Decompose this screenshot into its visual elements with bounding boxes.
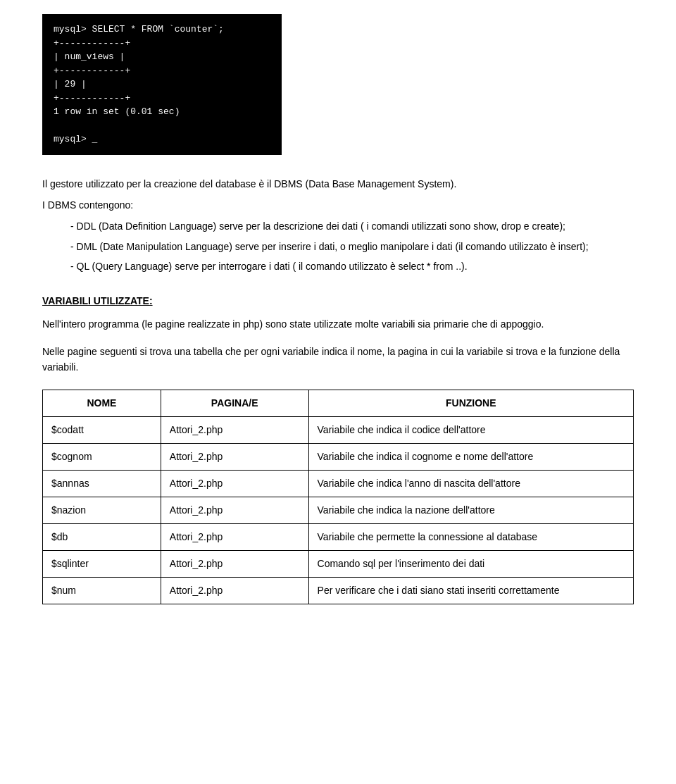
cell-nome-4: $db bbox=[43, 523, 161, 550]
cell-pagina-5: Attori_2.php bbox=[161, 550, 308, 577]
intro-bullet-list: DDL (Data Definition Language) serve per… bbox=[63, 218, 634, 274]
cell-funzione-6: Per verificare che i dati siano stati in… bbox=[308, 577, 633, 604]
cell-pagina-4: Attori_2.php bbox=[161, 523, 308, 550]
cell-funzione-1: Variabile che indica il cognome e nome d… bbox=[308, 443, 633, 470]
terminal-line-3: | num_views | bbox=[54, 50, 270, 64]
cell-nome-1: $cognom bbox=[43, 443, 161, 470]
cell-pagina-0: Attori_2.php bbox=[161, 416, 308, 443]
cell-pagina-1: Attori_2.php bbox=[161, 443, 308, 470]
cell-funzione-3: Variabile che indica la nazione dell'att… bbox=[308, 497, 633, 523]
terminal-output: mysql> SELECT * FROM `counter`; +-------… bbox=[42, 14, 282, 155]
table-row: $numAttori_2.phpPer verificare che i dat… bbox=[43, 577, 634, 604]
intro-paragraph2-prefix: I DBMS contengono: bbox=[42, 197, 634, 213]
table-row: $cognomAttori_2.phpVariabile che indica … bbox=[43, 443, 634, 470]
intro-section: Il gestore utilizzato per la creazione d… bbox=[42, 176, 634, 275]
bullet-dml: DML (Date Manipulation Language) serve p… bbox=[63, 239, 634, 254]
col-header-pagina: PAGINA/E bbox=[161, 390, 308, 416]
terminal-container: mysql> SELECT * FROM `counter`; +-------… bbox=[42, 14, 634, 176]
cell-funzione-2: Variabile che indica l'anno di nascita d… bbox=[308, 470, 633, 497]
cell-nome-2: $annnas bbox=[43, 470, 161, 497]
col-header-funzione: FUNZIONE bbox=[308, 390, 633, 416]
variabili-desc1: Nell'intero programma (le pagine realizz… bbox=[42, 316, 634, 332]
cell-pagina-6: Attori_2.php bbox=[161, 577, 308, 604]
terminal-line-2: +------------+ bbox=[54, 37, 270, 51]
terminal-line-8 bbox=[54, 119, 270, 133]
variabili-title: VARIABILI UTILIZZATE: bbox=[42, 295, 634, 306]
bullet-ddl: DDL (Data Definition Language) serve per… bbox=[63, 218, 634, 234]
terminal-line-7: 1 row in set (0.01 sec) bbox=[54, 105, 270, 119]
cell-funzione-4: Variabile che permette la connessione al… bbox=[308, 523, 633, 550]
cell-funzione-0: Variabile che indica il codice dell'atto… bbox=[308, 416, 633, 443]
variabili-desc2: Nelle pagine seguenti si trova una tabel… bbox=[42, 344, 634, 375]
table-row: $sqlinterAttori_2.phpComando sql per l'i… bbox=[43, 550, 634, 577]
cell-nome-5: $sqlinter bbox=[43, 550, 161, 577]
cell-pagina-2: Attori_2.php bbox=[161, 470, 308, 497]
table-row: $annnasAttori_2.phpVariabile che indica … bbox=[43, 470, 634, 497]
cell-nome-0: $codatt bbox=[43, 416, 161, 443]
cell-nome-3: $nazion bbox=[43, 497, 161, 523]
table-row: $dbAttori_2.phpVariabile che permette la… bbox=[43, 523, 634, 550]
terminal-line-9: mysql> _ bbox=[54, 132, 270, 147]
intro-paragraph1: Il gestore utilizzato per la creazione d… bbox=[42, 176, 634, 192]
cell-nome-6: $num bbox=[43, 577, 161, 604]
table-header-row: NOME PAGINA/E FUNZIONE bbox=[43, 390, 634, 416]
variabili-table: NOME PAGINA/E FUNZIONE $codattAttori_2.p… bbox=[42, 390, 634, 604]
cell-pagina-3: Attori_2.php bbox=[161, 497, 308, 523]
cell-funzione-5: Comando sql per l'inserimento dei dati bbox=[308, 550, 633, 577]
table-row: $codattAttori_2.phpVariabile che indica … bbox=[43, 416, 634, 443]
terminal-line-1: mysql> SELECT * FROM `counter`; bbox=[54, 23, 270, 37]
col-header-nome: NOME bbox=[43, 390, 161, 416]
bullet-ql: QL (Query Language) serve per interrogar… bbox=[63, 259, 634, 274]
terminal-line-6: +------------+ bbox=[54, 92, 270, 106]
terminal-line-5: | 29 | bbox=[54, 77, 270, 92]
terminal-line-4: +------------+ bbox=[54, 64, 270, 78]
table-row: $nazionAttori_2.phpVariabile che indica … bbox=[43, 497, 634, 523]
